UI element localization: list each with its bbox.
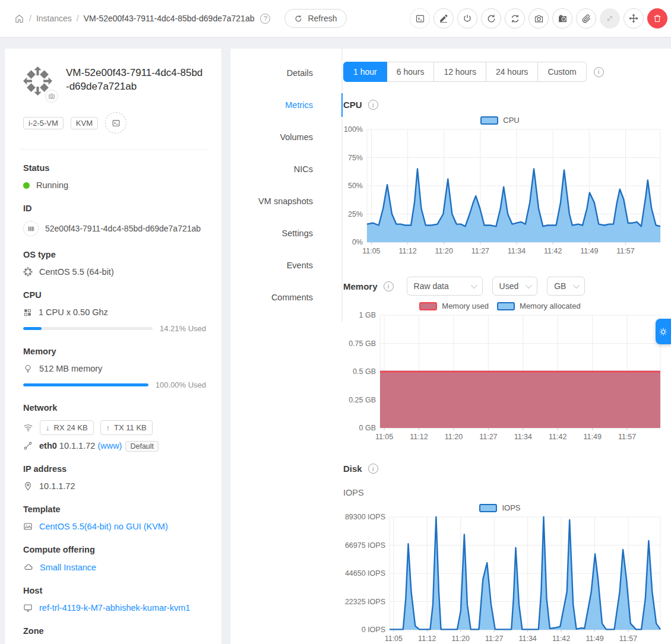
- settings-drawer-button[interactable]: [656, 319, 671, 344]
- host-section: Host ref-trl-4119-k-M7-abhishek-kumar-kv…: [23, 586, 206, 613]
- move-icon: [628, 13, 639, 24]
- stop-button[interactable]: [457, 8, 477, 28]
- hypervisor-tag: KVM: [71, 117, 98, 129]
- memory-unit-select[interactable]: GB: [547, 277, 585, 296]
- memory-metric-select[interactable]: Used: [492, 277, 538, 296]
- range-12-hours[interactable]: 12 hours: [434, 62, 486, 82]
- help-icon[interactable]: ?: [260, 14, 270, 24]
- time-range-info-icon[interactable]: i: [594, 67, 604, 77]
- tab-comments[interactable]: Comments: [230, 281, 341, 313]
- monitor-icon: [23, 603, 33, 613]
- vm-thumbnail-camera-icon[interactable]: [45, 90, 58, 103]
- chevron-down-icon: [573, 282, 580, 288]
- memory-data-select[interactable]: Raw data: [407, 277, 483, 296]
- tab-vm-snapshots[interactable]: VM snapshots: [230, 185, 341, 217]
- svg-text:11:20: 11:20: [435, 247, 453, 255]
- power-icon: [463, 14, 472, 23]
- chart-canvas: 0 GB0.25 GB0.5 GB0.75 GB1 GB11:0511:1211…: [343, 310, 664, 446]
- range-24-hours[interactable]: 24 hours: [486, 62, 538, 82]
- action-toolbar: [410, 8, 669, 28]
- svg-text:11:34: 11:34: [508, 247, 526, 255]
- legend-item[interactable]: IOPS: [479, 503, 520, 512]
- range-6-hours[interactable]: 6 hours: [387, 62, 435, 82]
- nic-network-link[interactable]: (www): [97, 441, 122, 451]
- resize-arrows-icon: [605, 14, 615, 23]
- tx-button[interactable]: ↑ TX 11 KB: [100, 420, 153, 435]
- home-icon[interactable]: [14, 14, 24, 24]
- legend-item[interactable]: CPU: [480, 116, 519, 125]
- memory-progress-fill: [23, 383, 148, 386]
- id-section: ID 52e00f43-7911-4dc4-85bd-d69de7a721ab: [23, 204, 206, 236]
- cpu-value: 1 CPU x 0.50 Ghz: [39, 307, 108, 317]
- legend-item[interactable]: Memory used: [419, 302, 489, 310]
- compute-offering-link[interactable]: Small Instance: [40, 563, 96, 572]
- svg-text:11:05: 11:05: [362, 247, 380, 255]
- legend-swatch: [419, 302, 437, 310]
- svg-text:11:49: 11:49: [585, 635, 603, 643]
- console-chip-button[interactable]: [105, 112, 126, 134]
- zone-section: Zone ref-trl-4119-k-M7-abhishek-kumar: [23, 626, 206, 644]
- scale-vm-button[interactable]: [600, 8, 620, 28]
- svg-text:11:57: 11:57: [618, 433, 636, 441]
- console-icon: [112, 119, 121, 128]
- svg-text:11:05: 11:05: [375, 433, 393, 441]
- svg-text:11:42: 11:42: [544, 247, 562, 255]
- svg-text:11:20: 11:20: [452, 635, 470, 643]
- camera-storage-icon: [558, 14, 568, 24]
- vm-title: VM-52e00f43-7911-4dc4-85bd-d69de7a721ab: [66, 66, 204, 96]
- reinstall-button[interactable]: [505, 8, 525, 28]
- tab-details[interactable]: Details: [230, 57, 341, 89]
- paperclip-icon: [581, 14, 591, 24]
- svg-text:11:12: 11:12: [398, 247, 416, 255]
- nic-name: eth0: [39, 441, 57, 451]
- edit-button[interactable]: [433, 8, 454, 28]
- map-pin-icon: [23, 481, 33, 491]
- tab-nics[interactable]: NICs: [230, 153, 341, 185]
- svg-text:100%: 100%: [344, 125, 363, 134]
- console-button[interactable]: [410, 8, 430, 28]
- trash-icon: [653, 14, 662, 23]
- wifi-icon: [23, 423, 33, 433]
- tab-metrics[interactable]: Metrics: [230, 89, 341, 121]
- refresh-button[interactable]: Refresh: [284, 9, 346, 28]
- memory-info-icon[interactable]: i: [384, 281, 394, 291]
- chart-canvas: 0%25%50%75%100%11:0511:1211:2011:2711:34…: [343, 125, 664, 260]
- host-link[interactable]: ref-trl-4119-k-M7-abhishek-kumar-kvm1: [39, 603, 190, 613]
- svg-text:0%: 0%: [352, 238, 363, 246]
- tab-volumes[interactable]: Volumes: [230, 121, 341, 153]
- tab-settings[interactable]: Settings: [230, 217, 341, 249]
- reboot-icon: [486, 14, 496, 24]
- tab-events[interactable]: Events: [230, 249, 341, 281]
- refresh-icon: [294, 14, 303, 23]
- memory-chart: Memory usedMemory allocated0 GB0.25 GB0.…: [343, 302, 657, 446]
- breadcrumb-instances[interactable]: Instances: [36, 14, 72, 23]
- reboot-button[interactable]: [481, 8, 501, 28]
- nic-default-badge: Default: [125, 441, 159, 452]
- image-icon: [23, 522, 33, 531]
- vm-snapshot-button[interactable]: [552, 8, 572, 28]
- disk-info-icon[interactable]: i: [368, 464, 378, 474]
- compute-offering-section: Compute offering Small Instance: [23, 545, 206, 572]
- cpu-info-icon[interactable]: i: [368, 100, 378, 110]
- svg-text:0.5 GB: 0.5 GB: [353, 367, 376, 376]
- card-divider: [19, 149, 207, 150]
- status-section: Status Running: [23, 163, 206, 190]
- snapshot-button[interactable]: [528, 8, 549, 28]
- legend-item[interactable]: Memory allocated: [497, 302, 581, 310]
- cpu-usage-progress: 14.21% Used: [23, 324, 206, 333]
- attach-iso-button[interactable]: [576, 8, 596, 28]
- arrow-up-icon: ↑: [106, 423, 110, 432]
- range-custom[interactable]: Custom: [538, 62, 586, 82]
- vm-id-value: 52e00f43-7911-4dc4-85bd-d69de7a721ab: [45, 224, 201, 233]
- svg-text:25%: 25%: [348, 210, 363, 218]
- destroy-button[interactable]: [647, 8, 667, 28]
- migrate-button[interactable]: [623, 8, 644, 28]
- rx-button[interactable]: ↓ RX 24 KB: [40, 420, 94, 435]
- svg-text:89300 IOPS: 89300 IOPS: [345, 513, 385, 521]
- range-1-hour[interactable]: 1 hour: [343, 62, 387, 82]
- template-link[interactable]: CentOS 5.5(64-bit) no GUI (KVM): [39, 522, 168, 531]
- vm-info-card: VM-52e00f43-7911-4dc4-85bd-d69de7a721ab …: [5, 49, 221, 644]
- network-section: Network ↓ RX 24 KB ↑ TX 11 KB: [23, 403, 206, 451]
- legend-swatch: [479, 504, 497, 512]
- legend-swatch: [497, 302, 515, 310]
